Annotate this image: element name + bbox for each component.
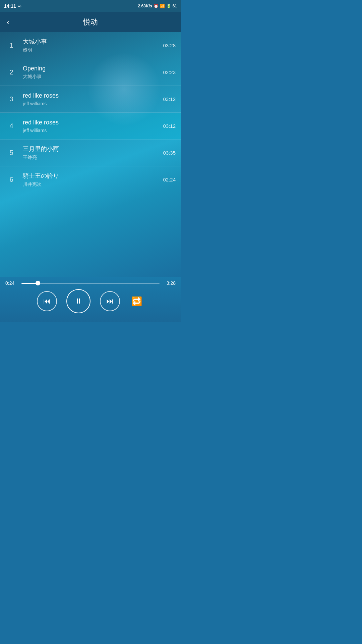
page-title: 悦动 (83, 17, 98, 27)
song-duration: 02:23 (163, 69, 176, 75)
battery-icon: 🔋 (166, 4, 171, 8)
song-item[interactable]: 1 大城小事 黎明 03:28 (0, 32, 181, 59)
song-item[interactable]: 2 Opening 大城小事 02:23 (0, 59, 181, 86)
song-artist: jeff williams (23, 128, 163, 133)
controls-row: ⏮ ⏸ ⏭ 🔁 (5, 289, 176, 313)
next-button[interactable]: ⏭ (100, 291, 120, 311)
song-item[interactable]: 6 騎士王の誇り 川井宪次 02:24 (0, 166, 181, 193)
song-duration: 03:28 (163, 43, 176, 48)
status-infinity: ∞ (18, 3, 21, 9)
status-right: 2.63K/s ⏰ 📶 🔋 61 (138, 4, 177, 8)
song-duration: 03:12 (163, 96, 176, 102)
song-title: 騎士王の誇り (23, 172, 163, 180)
status-data: 2.63K/s (138, 4, 152, 8)
song-duration: 02:24 (163, 177, 176, 182)
status-left: 14:11 ∞ (4, 3, 21, 9)
progress-row: 0:24 3:28 (5, 280, 176, 286)
prev-icon: ⏮ (43, 297, 51, 306)
clock-icon: ⏰ (154, 4, 159, 8)
song-duration: 03:35 (163, 150, 176, 156)
song-info: Opening 大城小事 (17, 65, 163, 80)
status-bar: 14:11 ∞ 2.63K/s ⏰ 📶 🔋 61 (0, 0, 181, 12)
song-artist: 王铮亮 (23, 155, 163, 161)
repeat-icon: 🔁 (131, 296, 142, 307)
song-title: red like roses (23, 92, 163, 99)
progress-track[interactable] (21, 283, 160, 284)
prev-button[interactable]: ⏮ (37, 291, 57, 311)
song-item[interactable]: 3 red like roses jeff williams 03:12 (0, 86, 181, 113)
song-number: 3 (5, 95, 17, 103)
status-battery: 61 (173, 4, 177, 8)
song-item[interactable]: 5 三月里的小雨 王铮亮 03:35 (0, 140, 181, 166)
song-list: 1 大城小事 黎明 03:28 2 Opening 大城小事 02:23 3 r… (0, 32, 181, 193)
status-time: 14:11 (4, 3, 16, 9)
song-artist: 大城小事 (23, 74, 163, 80)
song-artist: 黎明 (23, 47, 163, 53)
player-bar: 0:24 3:28 ⏮ ⏸ ⏭ 🔁 (0, 277, 181, 322)
song-title: Opening (23, 65, 163, 72)
song-number: 2 (5, 68, 17, 76)
signal-icon: 📶 (160, 4, 165, 8)
song-info: 三月里的小雨 王铮亮 (17, 145, 163, 161)
back-button[interactable]: ‹ (7, 17, 9, 27)
song-number: 4 (5, 122, 17, 130)
song-title: red like roses (23, 119, 163, 126)
song-duration: 03:12 (163, 123, 176, 129)
song-info: 騎士王の誇り 川井宪次 (17, 172, 163, 187)
song-info: red like roses jeff williams (17, 92, 163, 106)
pause-button[interactable]: ⏸ (66, 289, 90, 313)
total-time: 3:28 (163, 280, 176, 286)
song-artist: 川井宪次 (23, 181, 163, 187)
repeat-button[interactable]: 🔁 (129, 294, 144, 309)
header: ‹ 悦动 (0, 12, 181, 32)
song-artist: jeff williams (23, 101, 163, 106)
pause-icon: ⏸ (75, 297, 82, 306)
song-title: 大城小事 (23, 38, 163, 46)
main-content: 1 大城小事 黎明 03:28 2 Opening 大城小事 02:23 3 r… (0, 32, 181, 277)
progress-fill (21, 283, 38, 284)
current-time: 0:24 (5, 280, 18, 286)
song-number: 5 (5, 149, 17, 157)
progress-thumb (36, 281, 40, 285)
song-info: 大城小事 黎明 (17, 38, 163, 53)
song-number: 6 (5, 176, 17, 183)
song-info: red like roses jeff williams (17, 119, 163, 133)
next-icon: ⏭ (106, 297, 114, 306)
song-item[interactable]: 4 red like roses jeff williams 03:12 (0, 113, 181, 140)
song-number: 1 (5, 42, 17, 49)
song-title: 三月里的小雨 (23, 145, 163, 153)
